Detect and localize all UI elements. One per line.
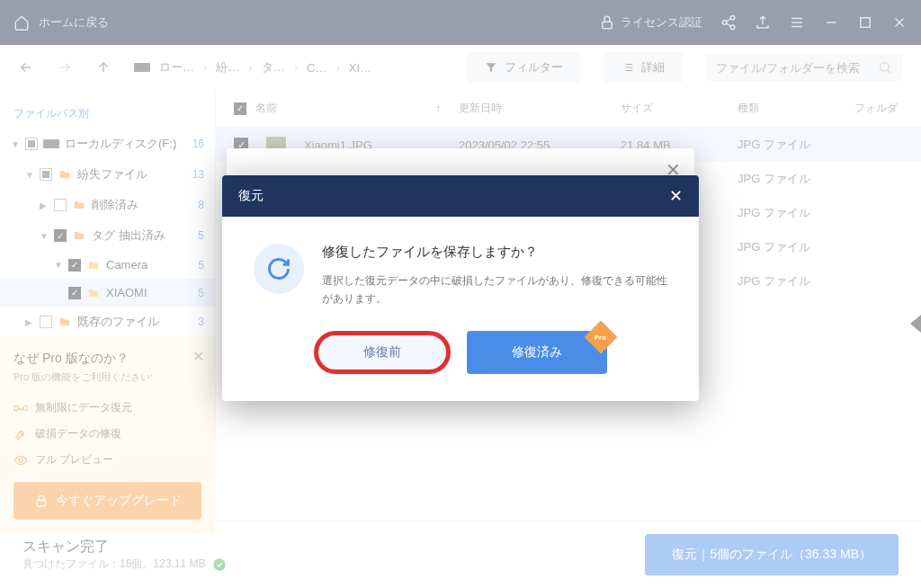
modal-title: 修復したファイルを保存しますか？ [322, 244, 667, 261]
after-repair-button[interactable]: 修復済み Pro [467, 331, 607, 374]
refresh-icon [254, 244, 304, 294]
modal-overlay: ✕ 復元 ✕ 修復したファイルを保存しますか？ 選択した復元データの中に破損した… [0, 0, 921, 588]
close-icon[interactable]: ✕ [669, 186, 683, 206]
modal-header: 復元 ✕ [222, 175, 699, 217]
before-repair-button[interactable]: 修復前 [314, 331, 451, 374]
repair-modal: 復元 ✕ 修復したファイルを保存しますか？ 選択した復元データの中に破損したファ… [222, 175, 699, 401]
modal-description: 選択した復元データの中に破損したファイルがあり、修復できる可能性があります。 [322, 272, 667, 308]
